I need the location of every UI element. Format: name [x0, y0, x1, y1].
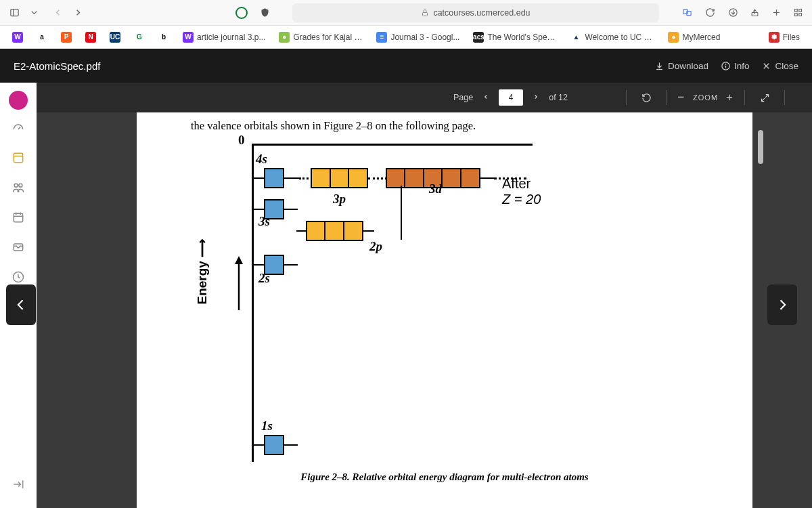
- orbital-box: [306, 221, 326, 241]
- svg-rect-10: [794, 9, 797, 12]
- bookmark-favicon: ●: [668, 32, 679, 43]
- orbital-box: [386, 168, 406, 188]
- bookmark-item[interactable]: ▲Welcome to UC M...: [565, 29, 660, 45]
- address-bar[interactable]: catcourses.ucmerced.edu: [292, 3, 659, 22]
- share-icon[interactable]: [746, 4, 763, 22]
- orbital-diagram: 0 Energy ⟶ 4s: [204, 134, 692, 466]
- bookmark-label: Grades for Kajal S...: [293, 33, 363, 42]
- bookmark-item[interactable]: b: [153, 29, 175, 45]
- reload-icon[interactable]: [701, 4, 719, 22]
- downloads-icon[interactable]: [724, 4, 742, 22]
- rotate-icon[interactable]: [637, 89, 655, 106]
- extension-g-icon[interactable]: [233, 4, 250, 22]
- bookmark-item[interactable]: ✽Files: [763, 29, 805, 45]
- page-prev-button[interactable]: [480, 89, 492, 106]
- translate-icon[interactable]: [678, 4, 696, 22]
- bookmark-item[interactable]: N: [80, 29, 102, 45]
- next-page-float-button[interactable]: [767, 284, 797, 325]
- url-text: catcourses.ucmerced.edu: [433, 8, 530, 18]
- chevron-down-icon[interactable]: [28, 4, 39, 22]
- orbital-label-2p: 2p: [369, 239, 382, 254]
- pdf-viewport[interactable]: the valence orbitals shown in Figure 2–8…: [37, 112, 812, 508]
- browser-toolbar: catcourses.ucmerced.edu: [0, 0, 812, 26]
- svg-rect-13: [798, 14, 801, 16]
- body-text: the valence orbitals shown in Figure 2–8…: [191, 119, 725, 133]
- page-input[interactable]: [499, 89, 523, 106]
- avatar[interactable]: [9, 91, 28, 110]
- shield-icon[interactable]: [256, 4, 273, 22]
- close-icon: [761, 61, 771, 71]
- zero-label: 0: [238, 133, 245, 148]
- back-button[interactable]: [49, 4, 66, 22]
- bookmark-label: article journal 3.p...: [197, 33, 265, 42]
- divider: [626, 90, 627, 105]
- groups-icon[interactable]: [7, 176, 30, 199]
- annotation-after: After Z = 20: [502, 176, 541, 207]
- forward-button[interactable]: [69, 4, 87, 22]
- bookmark-favicon: ≡: [376, 32, 387, 43]
- divider: [784, 90, 785, 105]
- bookmark-item[interactable]: ≡Journal 3 - Googl...: [371, 29, 465, 45]
- bookmark-label: MyMerced: [682, 33, 720, 42]
- orbital-label-3p: 3p: [333, 192, 346, 207]
- bookmarks-bar: WaPNUCGbWarticle journal 3.p...●Grades f…: [0, 26, 812, 49]
- svg-line-22: [761, 98, 764, 101]
- bookmark-label: Welcome to UC M...: [585, 33, 654, 42]
- prev-page-float-button[interactable]: [6, 284, 36, 325]
- bookmark-item[interactable]: ●Grades for Kajal S...: [273, 29, 368, 45]
- info-button[interactable]: Info: [721, 61, 750, 71]
- svg-line-21: [765, 94, 768, 97]
- calendar-icon[interactable]: [7, 206, 30, 229]
- new-tab-icon[interactable]: [767, 4, 785, 22]
- pdf-header: E2-AtomicSpec.pdf Download Info Close: [0, 49, 812, 83]
- zoom-label: ZOOM: [693, 93, 718, 102]
- orbital-box: [441, 168, 461, 188]
- bookmark-item[interactable]: UC: [104, 29, 126, 45]
- orbital-box: [311, 168, 331, 188]
- x-axis: [252, 144, 533, 146]
- bookmark-label: The World's Spec...: [487, 33, 557, 42]
- page-label: Page: [453, 93, 473, 102]
- svg-rect-24: [14, 153, 22, 162]
- zoom-out-button[interactable]: −: [677, 91, 685, 104]
- download-icon: [654, 61, 664, 71]
- download-button[interactable]: Download: [654, 61, 708, 71]
- lock-icon: [421, 9, 429, 17]
- bookmark-item[interactable]: a: [31, 29, 53, 45]
- bookmark-label: Journal 3 - Googl...: [390, 33, 459, 42]
- zoom-in-button[interactable]: +: [726, 91, 734, 104]
- orbital-label-4s: 4s: [256, 152, 273, 167]
- dashboard-icon[interactable]: [7, 117, 30, 140]
- pdf-title: E2-AtomicSpec.pdf: [14, 60, 100, 72]
- close-button[interactable]: Close: [761, 61, 798, 71]
- courses-icon[interactable]: [7, 146, 30, 169]
- bookmark-item[interactable]: Warticle journal 3.p...: [177, 29, 271, 45]
- inbox-icon[interactable]: [7, 236, 30, 259]
- bookmark-item[interactable]: W: [7, 29, 28, 45]
- page-next-button[interactable]: [530, 89, 542, 106]
- divider: [666, 90, 667, 105]
- bookmark-favicon: acs: [473, 32, 484, 43]
- svg-rect-32: [14, 244, 22, 251]
- bookmark-item[interactable]: acsThe World's Spec...: [468, 29, 562, 45]
- svg-line-23: [18, 127, 20, 129]
- download-label: Download: [668, 61, 708, 71]
- svg-rect-12: [794, 14, 797, 16]
- orbital-box: [404, 168, 424, 188]
- orbital-box: [343, 221, 363, 241]
- orbital-box: [324, 221, 344, 241]
- fullscreen-icon[interactable]: [756, 89, 773, 106]
- sidebar-toggle-icon[interactable]: [5, 4, 23, 22]
- bookmark-item[interactable]: G: [129, 29, 150, 45]
- scrollbar-thumb[interactable]: [758, 130, 763, 164]
- collapse-sidebar-icon[interactable]: [7, 473, 30, 496]
- orbital-box: [264, 168, 284, 188]
- orbital-label-2s: 2s: [258, 271, 270, 286]
- bookmark-favicon: G: [134, 32, 145, 43]
- bookmark-item[interactable]: P: [55, 29, 77, 45]
- svg-rect-0: [10, 9, 18, 16]
- bookmark-favicon: W: [12, 32, 23, 43]
- tab-overview-icon[interactable]: [789, 4, 807, 22]
- bookmark-favicon: b: [158, 32, 169, 43]
- bookmark-item[interactable]: ●MyMerced: [662, 29, 725, 45]
